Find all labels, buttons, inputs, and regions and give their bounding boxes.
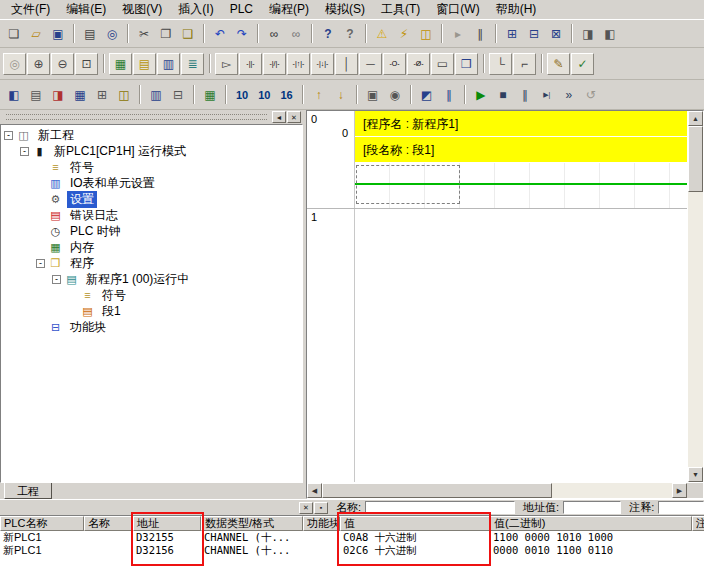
comment-field[interactable]	[658, 501, 704, 514]
tree-item-plc[interactable]: -▮新PLC1[CP1H] 运行模式	[1, 143, 302, 159]
menu-tools[interactable]: 工具(T)	[373, 0, 428, 21]
col-plc-name[interactable]: PLC名称	[0, 516, 84, 531]
find-next-icon[interactable]: ∞	[285, 23, 307, 44]
menu-window[interactable]: 窗口(W)	[428, 0, 487, 21]
col-name[interactable]: 名称	[84, 516, 133, 531]
work-online-simulator-icon[interactable]: ⚠	[371, 23, 393, 44]
print-preview-icon[interactable]: ◎	[101, 23, 123, 44]
open-folder-icon[interactable]: ▱	[25, 23, 47, 44]
name-field[interactable]	[365, 501, 515, 514]
tab-project[interactable]: 工程	[4, 483, 52, 499]
menu-program[interactable]: 编程(P)	[261, 0, 317, 21]
save-icon[interactable]: ▣	[47, 23, 69, 44]
col-value-binary[interactable]: 值(二进制)	[490, 516, 692, 531]
menu-edit[interactable]: 编辑(E)	[58, 0, 114, 21]
step-run-icon[interactable]: ▶|	[536, 84, 558, 105]
new-function-block-icon[interactable]: ❒	[455, 53, 478, 75]
tree-item-memory[interactable]: ▦内存	[1, 239, 302, 255]
horizontal-scrollbar-thumb[interactable]	[322, 483, 552, 498]
simulator-icon[interactable]: ⚡	[393, 23, 415, 44]
col-comment[interactable]: 注...	[692, 516, 704, 531]
menu-view[interactable]: 视图(V)	[114, 0, 170, 21]
reset-icon[interactable]: ↺	[580, 84, 602, 105]
new-closed-coil-icon[interactable]: -Ø-	[407, 53, 430, 75]
tree-expander-icon[interactable]: -	[36, 259, 45, 268]
line-delete-icon[interactable]: ⌐	[513, 53, 536, 75]
tree-item-error-log[interactable]: ▤错误日志	[1, 207, 302, 223]
show-monitor-data-icon[interactable]: ≣	[181, 53, 204, 75]
vertical-scrollbar-track[interactable]	[688, 192, 703, 467]
tree-item-settings[interactable]: ⚙设置	[1, 191, 302, 207]
zoom-in-icon[interactable]: ⊕	[27, 53, 50, 75]
mnemonic-view-icon[interactable]: ▤	[25, 84, 47, 105]
col-data-type[interactable]: 数据类型/格式	[201, 516, 303, 531]
show-rung-comments-icon[interactable]: ▤	[133, 53, 156, 75]
local-symbols-icon[interactable]: ◫	[113, 84, 135, 105]
find-icon[interactable]: ∞	[263, 23, 285, 44]
new-horizontal-line-icon[interactable]: ─	[359, 53, 382, 75]
previous-rung-icon[interactable]: ↑	[308, 84, 330, 105]
tree-item-io-table[interactable]: ▥IO表和单元设置	[1, 175, 302, 191]
line-connect-icon[interactable]: └	[489, 53, 512, 75]
new-closed-contact-icon[interactable]: -|/|-	[263, 53, 286, 75]
tree-expander-icon[interactable]: -	[52, 275, 61, 284]
new-coil-icon[interactable]: -O-	[383, 53, 406, 75]
new-ladder-window-icon[interactable]: ◧	[3, 84, 25, 105]
tree-item-project[interactable]: -◫新工程	[1, 127, 302, 143]
new-vertical-line-icon[interactable]: │	[335, 53, 358, 75]
tree-item-plc-clock[interactable]: ◷PLC 时钟	[1, 223, 302, 239]
scroll-down-icon[interactable]: ▼	[688, 467, 703, 482]
horizontal-scrollbar[interactable]: ◀ ▶	[307, 483, 687, 499]
close-all-windows-icon[interactable]: ⊠	[545, 23, 567, 44]
scroll-up-icon[interactable]: ▲	[688, 111, 703, 126]
menu-file[interactable]: 文件(F)	[3, 0, 58, 21]
watch-row[interactable]: 新PLC1D32156CHANNEL (十...02C6 十六进制0000 00…	[0, 544, 704, 557]
output-window-icon[interactable]: ⊟	[167, 84, 189, 105]
cut-icon[interactable]: ✂	[133, 23, 155, 44]
col-value[interactable]: 值	[340, 516, 490, 531]
new-file-icon[interactable]: ❏	[3, 23, 25, 44]
context-help-icon[interactable]: ?	[339, 23, 361, 44]
program-check-icon[interactable]: ✓	[571, 53, 594, 75]
comment-edit-icon[interactable]: ✎	[547, 53, 570, 75]
tree-item-program-symbols[interactable]: ≡符号	[1, 287, 302, 303]
watch-close-icon[interactable]: ✕	[299, 502, 313, 514]
ladder-diagram[interactable]: 0 0 [程序名 : 新程序1] [段名称 : 段1]	[307, 111, 687, 482]
workspace-toggle-icon[interactable]: ◨	[577, 23, 599, 44]
vertical-scrollbar-thumb[interactable]	[688, 126, 703, 192]
tile-windows-icon[interactable]: ⊟	[523, 23, 545, 44]
select-mode-icon[interactable]: ▻	[215, 53, 238, 75]
col-address[interactable]: 地址	[133, 516, 201, 531]
workspace-close-icon[interactable]: ✕	[287, 111, 301, 123]
copy-icon[interactable]: ❐	[155, 23, 177, 44]
show-rung-annotations-icon[interactable]: ▥	[157, 53, 180, 75]
tree-item-function-blocks[interactable]: ⊟功能块	[1, 319, 302, 335]
stop-program-icon[interactable]: ■	[492, 84, 514, 105]
show-grid-icon[interactable]: ▦	[109, 53, 132, 75]
new-up-differential-contact-icon[interactable]: -|↑|-	[287, 53, 310, 75]
toggle-monitor-icon[interactable]: ◩	[416, 84, 438, 105]
redo-icon[interactable]: ↷	[231, 23, 253, 44]
watch-row[interactable]: 新PLC1D32155CHANNEL (十...C0A8 十六进制1100 00…	[0, 531, 704, 544]
pause-program-icon[interactable]: ∥	[514, 84, 536, 105]
tree-expander-icon[interactable]: -	[20, 147, 29, 156]
zoom-fit-icon[interactable]: ⊡	[75, 53, 98, 75]
monitor-hex-button[interactable]: 16	[276, 84, 298, 105]
output-toggle-icon[interactable]: ◧	[599, 23, 621, 44]
workspace-dock-icon[interactable]: ◄	[272, 111, 286, 123]
force-bit-icon[interactable]: ◉	[384, 84, 406, 105]
cross-reference-icon[interactable]: ⊞	[91, 84, 113, 105]
new-instruction-icon[interactable]: ▭	[431, 53, 454, 75]
new-down-differential-contact-icon[interactable]: -|↓|-	[311, 53, 334, 75]
monitor-decimal-button[interactable]: 10	[231, 84, 253, 105]
menu-help[interactable]: 帮助(H)	[488, 0, 545, 21]
tree-item-program1[interactable]: -▤新程序1 (00)运行中	[1, 271, 302, 287]
drag-grip[interactable]	[6, 114, 267, 120]
tree-item-symbols[interactable]: ≡符号	[1, 159, 302, 175]
tree-expander-icon[interactable]: -	[4, 131, 13, 140]
watch-window-icon[interactable]: ▥	[145, 84, 167, 105]
simulator-window-icon[interactable]: ◫	[415, 23, 437, 44]
step-over-icon[interactable]: »	[558, 84, 580, 105]
menu-simulation[interactable]: 模拟(S)	[317, 0, 373, 21]
tree-item-section1[interactable]: ▤段1	[1, 303, 302, 319]
